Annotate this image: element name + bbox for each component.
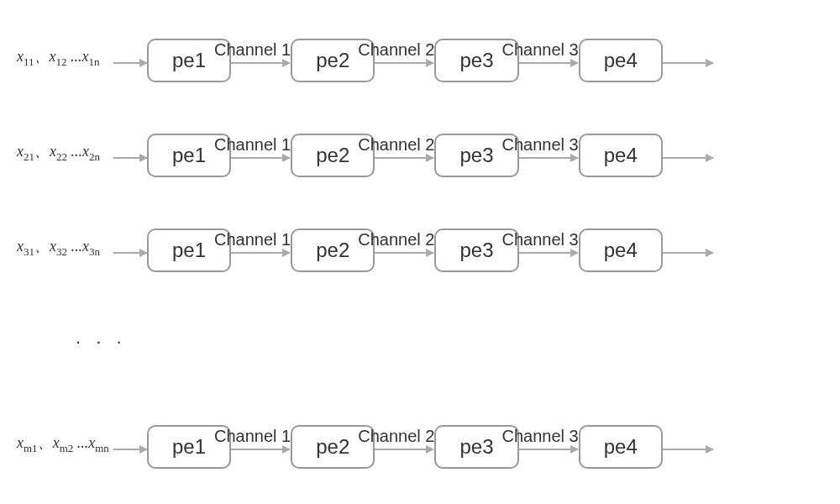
arrow-icon: [663, 62, 713, 64]
arrow-icon: [519, 449, 578, 450]
pipeline: pe1 Channel 1 pe2 Channel 2 pe3 Channel …: [139, 403, 823, 469]
arrow-icon: [375, 157, 433, 159]
channel-label: Channel 3: [502, 40, 579, 60]
arrow-icon: [519, 157, 578, 159]
arrow-icon: [519, 252, 578, 254]
channel-label: Channel 3: [502, 135, 579, 155]
channel-label: Channel 1: [214, 135, 291, 155]
arrow-icon: [663, 252, 713, 254]
node-pe4: pe4: [579, 228, 663, 272]
pipeline-row: x21、x22 ...x2n pe1 Channel 1 pe2 Channel…: [17, 112, 823, 177]
arrow-icon: [231, 449, 290, 450]
pipeline-row: xm1、xm2 ...xmn pe1 Channel 1 pe2 Channel…: [17, 403, 823, 469]
arrow-icon: [113, 62, 147, 64]
arrow-icon: [375, 449, 433, 450]
node-pe4: pe4: [579, 425, 663, 469]
pipeline: pe1 Channel 1 pe2 Channel 2 pe3 Channel …: [139, 17, 823, 82]
channel-label: Channel 2: [358, 135, 434, 155]
arrow-icon: [113, 157, 147, 159]
channel-label: Channel 2: [358, 427, 434, 447]
arrow-icon: [231, 157, 290, 159]
channel-label: Channel 1: [214, 427, 291, 447]
pipeline-row: x31、x32 ...x3n pe1 Channel 1 pe2 Channel…: [17, 207, 823, 272]
channel-label: Channel 1: [214, 40, 291, 60]
channel-label: Channel 1: [214, 230, 291, 250]
pipeline: pe1 Channel 1 pe2 Channel 2 pe3 Channel …: [139, 112, 823, 177]
arrow-icon: [231, 252, 290, 254]
node-pe4: pe4: [579, 39, 663, 82]
pipeline-diagram: x11、x12 ...x1n pe1 Channel 1 pe2 Channel…: [17, 17, 823, 469]
arrow-icon: [519, 62, 578, 64]
channel-label: Channel 3: [502, 230, 579, 250]
channel-label: Channel 2: [358, 230, 434, 250]
arrow-icon: [231, 62, 290, 64]
pipeline: pe1 Channel 1 pe2 Channel 2 pe3 Channel …: [139, 207, 823, 272]
ellipsis: . . .: [17, 302, 823, 374]
node-pe4: pe4: [579, 134, 663, 177]
arrow-icon: [113, 449, 147, 450]
arrow-icon: [113, 252, 147, 254]
arrow-icon: [663, 157, 713, 159]
channel-label: Channel 2: [358, 40, 434, 60]
arrow-icon: [375, 62, 433, 64]
arrow-icon: [375, 252, 433, 254]
channel-label: Channel 3: [502, 427, 579, 447]
arrow-icon: [663, 449, 713, 450]
pipeline-row: x11、x12 ...x1n pe1 Channel 1 pe2 Channel…: [17, 17, 823, 82]
